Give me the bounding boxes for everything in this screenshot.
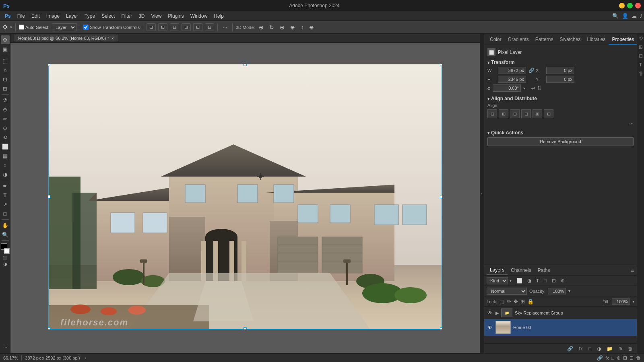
add-adjustment-btn[interactable]: ◑ [595, 345, 603, 352]
3d-roll-icon[interactable]: ↻ [268, 23, 276, 31]
object-select-tool[interactable]: ⊡ [1, 75, 10, 84]
fill-dropdown-icon[interactable]: ▾ [632, 299, 634, 304]
marquee-tool[interactable]: ⬚ [1, 56, 10, 65]
layer-item-sky-group[interactable]: 👁 ▶ 📁 Sky Replacement Group [484, 307, 637, 319]
clone-tool[interactable]: ⊙ [1, 123, 10, 132]
tab-properties[interactable]: Properties [609, 35, 637, 45]
doc-close-btn[interactable]: × [111, 36, 114, 41]
minimize-button[interactable] [619, 3, 625, 8]
layer-visibility-sky[interactable]: 👁 [487, 310, 493, 316]
pen-tool[interactable]: ✒ [1, 181, 10, 190]
status-fx-icon[interactable]: fx [605, 356, 609, 360]
filter-text-btn[interactable]: T [535, 277, 541, 284]
align-center-button[interactable]: ⊞ [158, 23, 167, 31]
menu-edit[interactable]: Edit [28, 12, 43, 20]
show-transform-label[interactable]: Show Transform Controls [83, 25, 140, 30]
y-input[interactable] [546, 76, 574, 83]
search-icon[interactable]: 🔍 [612, 13, 619, 19]
menu-help[interactable]: Help [211, 12, 227, 20]
w-input[interactable] [498, 67, 526, 74]
default-colors-icon[interactable]: ⬛ [3, 256, 7, 260]
status-camera-icon[interactable]: ⊕ [617, 355, 621, 361]
path-select-tool[interactable]: ↗ [1, 200, 10, 209]
3d-slide-icon[interactable]: ⊕ [289, 23, 297, 31]
layer-visibility-home03[interactable]: 👁 [487, 324, 493, 331]
tab-channels[interactable]: Channels [508, 266, 535, 275]
background-color[interactable] [4, 248, 10, 254]
menu-3d[interactable]: 3D [135, 12, 148, 20]
layers-side-icon[interactable]: ⊟ [638, 53, 644, 59]
dodge-tool[interactable]: ◑ [1, 170, 10, 179]
link-layers-btn[interactable]: 🔗 [566, 345, 575, 352]
collapse-handle[interactable]: ‹ [480, 34, 484, 353]
menu-select[interactable]: Select [98, 12, 118, 20]
properties-side-icon[interactable]: ⊞ [638, 44, 644, 50]
menu-type[interactable]: Type [81, 12, 98, 20]
x-input[interactable] [546, 67, 574, 74]
align-bottom-button[interactable]: ⊟ [205, 23, 214, 31]
hand-tool[interactable]: ✋ [1, 221, 10, 230]
remove-background-button[interactable]: Remove Background [487, 137, 634, 146]
align-top-edges-btn[interactable]: ⊟ [521, 109, 531, 118]
account-icon[interactable]: 👤 [622, 13, 628, 19]
add-style-btn[interactable]: fx [577, 345, 584, 352]
filter-pixel-btn[interactable]: ⬜ [515, 277, 524, 284]
status-more-btn[interactable]: › [85, 356, 87, 360]
auto-select-dropdown[interactable]: Layer Group [52, 23, 76, 31]
shape-tool[interactable]: □ [1, 209, 10, 218]
align-more-btn[interactable]: ··· [629, 120, 634, 126]
lock-image-btn[interactable]: ✏ [507, 298, 511, 304]
opacity-dropdown-icon[interactable]: ▾ [568, 289, 570, 293]
3d-camera-icon[interactable]: ⊕ [308, 23, 316, 31]
angle-input[interactable] [493, 84, 521, 92]
align-middle-button[interactable]: ⊡ [193, 23, 202, 31]
quick-mask-icon[interactable]: ◑ [3, 261, 7, 267]
tab-layers[interactable]: Layers [487, 265, 508, 275]
text-side-icon[interactable]: T [638, 62, 644, 68]
menu-file[interactable]: File [14, 12, 28, 20]
gradient-tool[interactable]: ▦ [1, 151, 10, 160]
blur-tool[interactable]: ○ [1, 160, 10, 169]
more-options-icon[interactable]: ··· [221, 23, 229, 31]
3d-scale-icon[interactable]: ↕ [299, 23, 305, 31]
layers-panel-more-btn[interactable]: ≡ [631, 267, 634, 274]
align-top-button[interactable]: ⊞ [182, 23, 191, 31]
canvas-inner[interactable]: filehorse.com [10, 43, 480, 353]
document-tab[interactable]: Home03(1).psd @ 66.2% (Home 03, RGB/8) *… [14, 35, 118, 41]
auto-select-checkbox[interactable] [19, 25, 24, 30]
cloud-icon[interactable]: ☁ [632, 13, 637, 19]
eraser-tool[interactable]: ⬜ [1, 142, 10, 151]
menu-filter[interactable]: Filter [118, 12, 135, 20]
align-bottom-edges-btn[interactable]: ⊡ [544, 109, 553, 118]
status-mask-icon[interactable]: □ [611, 355, 614, 361]
filter-shape-btn[interactable]: □ [542, 277, 548, 284]
h-input[interactable] [498, 76, 526, 83]
menu-view[interactable]: View [148, 12, 165, 20]
new-layer-btn[interactable]: ⊕ [617, 345, 624, 352]
add-mask-btn[interactable]: □ [587, 345, 593, 352]
crop-tool[interactable]: ⊞ [1, 84, 10, 93]
layer-expand-sky[interactable]: ▶ [495, 311, 499, 316]
tab-paths[interactable]: Paths [535, 266, 553, 275]
status-link-icon[interactable]: 🔗 [597, 355, 603, 361]
brush-tool[interactable]: ✏ [1, 114, 10, 123]
quick-actions-header[interactable]: ▾ Quick Actions [487, 129, 634, 137]
lock-transparent-btn[interactable]: ⬚ [500, 298, 504, 304]
more-tools-icon[interactable]: ⋯ [3, 345, 7, 350]
fill-input[interactable] [612, 298, 630, 305]
tab-gradients[interactable]: Gradients [505, 35, 532, 45]
lock-artboard-btn[interactable]: ⊞ [520, 298, 525, 304]
move-tool[interactable]: ✥ [1, 35, 10, 44]
close-button[interactable] [635, 3, 641, 8]
auto-select-label[interactable]: Auto-Select: [19, 25, 50, 30]
menu-window[interactable]: Window [187, 12, 211, 20]
flip-v-icon[interactable]: ⇅ [537, 85, 541, 91]
artboard-tool[interactable]: ▣ [1, 45, 10, 53]
link-wh-icon[interactable]: 🔗 [528, 68, 533, 73]
flip-h-icon[interactable]: ⇌ [531, 85, 535, 91]
tab-patterns[interactable]: Patterns [532, 35, 557, 45]
align-centers-v-btn[interactable]: ⊞ [533, 109, 542, 118]
align-centers-h-btn[interactable]: ⊞ [499, 109, 508, 118]
show-transform-checkbox[interactable] [83, 25, 89, 30]
transform-header[interactable]: ▾ Transform [487, 59, 634, 67]
